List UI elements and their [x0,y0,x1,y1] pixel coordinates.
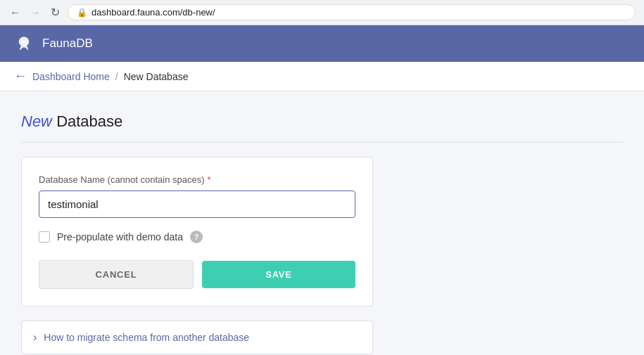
save-button[interactable]: SAVE [202,261,355,288]
field-label: Database Name (cannot contain spaces) * [39,174,355,185]
page-title: New Database [21,112,623,143]
page-title-text: New Database [21,112,122,130]
app-logo [14,34,34,53]
button-row: CANCEL SAVE [39,260,355,289]
form-section: Database Name (cannot contain spaces) * … [21,157,373,306]
database-name-input[interactable] [39,191,355,218]
browser-chrome: ← → ↻ 🔒 dashboard.fauna.com/db-new/ [0,0,644,25]
breadcrumb: ← Dashboard Home / New Database [0,62,644,91]
address-bar[interactable]: 🔒 dashboard.fauna.com/db-new/ [68,4,636,20]
checkbox-label: Pre-populate with demo data [57,231,183,243]
breadcrumb-back-button[interactable]: ← [14,69,27,84]
migrate-schema-box[interactable]: › How to migrate schema from another dat… [21,321,373,354]
forward-button[interactable]: → [28,6,42,20]
breadcrumb-separator: / [115,71,118,82]
app-title: FaunaDB [42,37,93,51]
migrate-chevron-icon: › [33,331,37,344]
migrate-text: How to migrate schema from another datab… [44,332,249,343]
back-button[interactable]: ← [8,6,23,20]
app-header: FaunaDB [0,25,644,62]
checkbox-row: Pre-populate with demo data ? [39,231,355,243]
cancel-button[interactable]: CANCEL [39,260,194,289]
reload-button[interactable]: ↻ [48,6,62,20]
required-indicator: * [208,174,211,185]
field-label-text: Database Name (cannot contain spaces) [39,174,205,185]
page-title-database: Database [52,112,122,130]
breadcrumb-home-link[interactable]: Dashboard Home [32,71,110,82]
page-title-new: New [21,112,52,130]
lock-icon: 🔒 [77,8,87,18]
breadcrumb-current-page: New Database [124,71,189,82]
url-text: dashboard.fauna.com/db-new/ [91,7,215,18]
demo-data-checkbox[interactable] [39,231,50,243]
help-icon[interactable]: ? [190,231,203,243]
main-content: New Database Database Name (cannot conta… [0,91,644,355]
